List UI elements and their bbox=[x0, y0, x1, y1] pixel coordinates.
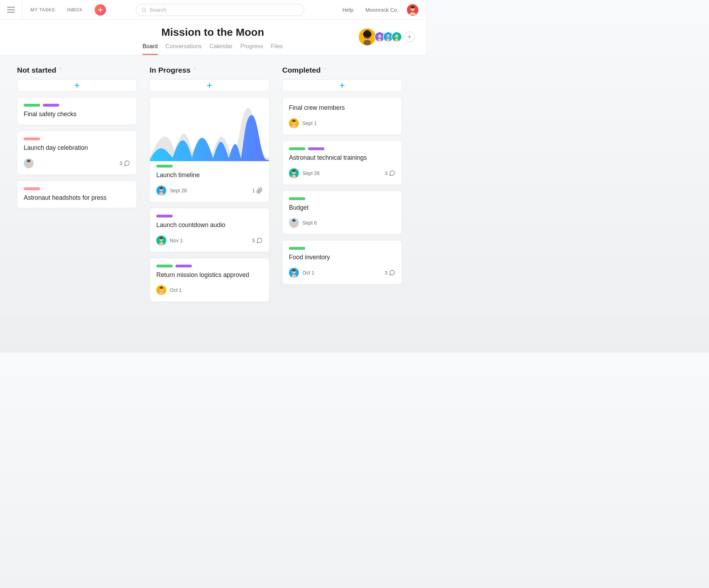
task-card[interactable]: Launch timelineSept 281 bbox=[150, 97, 269, 202]
card-cover-chart bbox=[150, 97, 269, 161]
column-header[interactable]: In Progress ˅ bbox=[150, 66, 269, 74]
card-tags bbox=[24, 187, 130, 190]
task-card[interactable]: Launch day celebration3 bbox=[17, 131, 137, 175]
global-create-button[interactable] bbox=[95, 4, 106, 16]
task-card[interactable]: Astronaut headshots for press bbox=[17, 181, 137, 209]
card-title: Astronaut headshots for press bbox=[24, 194, 130, 202]
plus-icon bbox=[407, 34, 412, 39]
tab-progress[interactable]: Progress bbox=[240, 43, 263, 55]
card-title: Launch day celebration bbox=[24, 144, 130, 152]
due-date: Sept 28 bbox=[302, 170, 319, 176]
column-title: Not started bbox=[17, 66, 56, 74]
task-card[interactable]: Final crew membersSept 1 bbox=[282, 97, 402, 135]
task-card[interactable]: Final safety checks bbox=[17, 97, 137, 125]
svg-rect-18 bbox=[159, 192, 163, 196]
task-card[interactable]: BudgetSept 6 bbox=[282, 191, 402, 235]
comment-count: 3 bbox=[119, 160, 130, 166]
card-tags bbox=[289, 247, 395, 250]
svg-rect-36 bbox=[292, 274, 296, 278]
plus-icon bbox=[339, 83, 345, 88]
board-column: In Progress ˅ Launch timelineSept 281Lau… bbox=[150, 66, 269, 307]
add-member-button[interactable] bbox=[404, 32, 415, 42]
add-task-button[interactable] bbox=[282, 79, 402, 91]
due-date: Nov 1 bbox=[170, 238, 183, 243]
card-title: Launch timeline bbox=[156, 171, 263, 179]
svg-rect-21 bbox=[159, 242, 163, 245]
svg-rect-9 bbox=[386, 39, 390, 41]
card-title: Budget bbox=[289, 204, 395, 212]
comment-count: 3 bbox=[385, 170, 395, 176]
tag-green bbox=[289, 147, 305, 150]
due-date: Sept 28 bbox=[170, 188, 187, 193]
column-header[interactable]: Not started ˅ bbox=[17, 66, 137, 74]
top-nav: MY TASKS INBOX Help Moonrock Co. bbox=[0, 0, 425, 20]
assignee-avatar[interactable] bbox=[156, 186, 166, 196]
tag-green bbox=[156, 165, 173, 168]
svg-rect-12 bbox=[395, 39, 398, 41]
plus-icon bbox=[74, 83, 80, 88]
tab-board[interactable]: Board bbox=[143, 43, 158, 55]
tab-files[interactable]: Files bbox=[271, 43, 283, 55]
project-title: Mission to the Moon bbox=[11, 26, 415, 38]
assignee-avatar[interactable] bbox=[156, 285, 166, 295]
member-avatar[interactable] bbox=[358, 28, 376, 46]
svg-rect-10 bbox=[386, 36, 390, 37]
card-footer: Oct 13 bbox=[289, 268, 395, 278]
svg-point-6 bbox=[378, 35, 381, 38]
card-footer: 3 bbox=[24, 158, 130, 168]
board-column: Completed ˅ Final crew membersSept 1Astr… bbox=[282, 66, 402, 307]
tab-conversations[interactable]: Conversations bbox=[166, 43, 202, 55]
search-field[interactable] bbox=[136, 4, 304, 16]
assignee-avatar[interactable] bbox=[24, 158, 34, 168]
board: Not started ˅ Final safety checksLaunch … bbox=[0, 55, 425, 318]
card-footer: Sept 283 bbox=[289, 168, 395, 178]
svg-rect-5 bbox=[364, 40, 371, 45]
column-header[interactable]: Completed ˅ bbox=[282, 66, 402, 74]
assignee-avatar[interactable] bbox=[289, 218, 299, 228]
svg-rect-30 bbox=[292, 175, 296, 178]
due-date: Oct 1 bbox=[302, 270, 314, 276]
search-wrap bbox=[136, 4, 304, 16]
plus-icon bbox=[97, 7, 103, 13]
tag-green bbox=[156, 265, 173, 267]
search-input[interactable] bbox=[150, 7, 299, 13]
add-task-button[interactable] bbox=[17, 79, 137, 91]
svg-rect-27 bbox=[292, 125, 296, 128]
tag-green bbox=[24, 104, 40, 107]
tag-green bbox=[289, 247, 305, 250]
svg-line-1 bbox=[145, 11, 146, 12]
due-date: Sept 6 bbox=[302, 220, 317, 226]
task-card[interactable]: Launch countdown audioNov 15 bbox=[150, 208, 269, 252]
svg-point-0 bbox=[142, 8, 145, 11]
sidebar-toggle-wrap bbox=[0, 0, 22, 19]
card-footer: Sept 1 bbox=[289, 118, 395, 128]
add-task-button[interactable] bbox=[150, 79, 269, 91]
chevron-down-icon: ˅ bbox=[324, 68, 326, 73]
nav-inbox[interactable]: INBOX bbox=[63, 7, 86, 12]
nav-org[interactable]: Moonrock Co. bbox=[362, 7, 402, 13]
due-date: Oct 1 bbox=[170, 287, 182, 293]
task-card[interactable]: Return mission logistics approvedOct 1 bbox=[150, 258, 269, 302]
assignee-avatar[interactable] bbox=[289, 268, 299, 278]
task-card[interactable]: Astronaut technical trainingsSept 283 bbox=[282, 141, 402, 185]
card-tags bbox=[156, 215, 263, 217]
chevron-down-icon: ˅ bbox=[194, 68, 196, 73]
nav-help[interactable]: Help bbox=[339, 7, 357, 13]
card-tags bbox=[289, 147, 395, 150]
search-icon bbox=[141, 7, 147, 13]
task-card[interactable]: Food inventoryOct 13 bbox=[282, 240, 402, 284]
tab-calendar[interactable]: Calendar bbox=[210, 43, 233, 55]
attachment-count: 1 bbox=[252, 187, 263, 194]
assignee-avatar[interactable] bbox=[289, 168, 299, 178]
assignee-avatar[interactable] bbox=[289, 118, 299, 128]
member-avatar[interactable] bbox=[391, 32, 402, 42]
card-footer: Nov 15 bbox=[156, 236, 263, 245]
nav-my-tasks[interactable]: MY TASKS bbox=[27, 7, 58, 12]
board-column: Not started ˅ Final safety checksLaunch … bbox=[17, 66, 137, 307]
profile-avatar[interactable] bbox=[407, 4, 418, 16]
assignee-avatar[interactable] bbox=[156, 236, 166, 245]
tag-purple bbox=[43, 104, 59, 107]
tag-purple bbox=[308, 147, 324, 150]
hamburger-icon[interactable] bbox=[7, 7, 15, 13]
card-footer: Sept 6 bbox=[289, 218, 395, 228]
